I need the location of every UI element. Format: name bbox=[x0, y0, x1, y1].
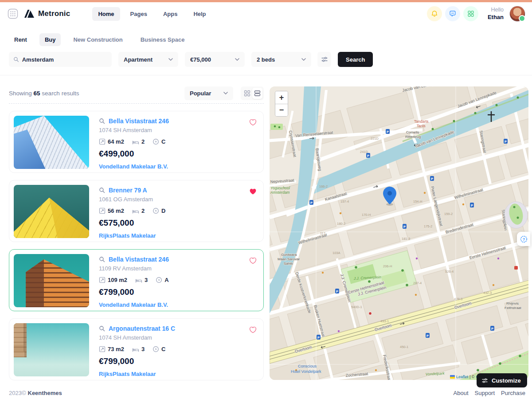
customize-button[interactable]: Customize bbox=[477, 373, 527, 387]
listing-title-link[interactable]: Bella Vistastraat 246 bbox=[109, 256, 169, 263]
zoom-in-button[interactable]: + bbox=[275, 91, 288, 104]
user-avatar[interactable] bbox=[509, 6, 525, 22]
nav-home[interactable]: Home bbox=[92, 7, 120, 21]
energy-label-icon bbox=[153, 207, 159, 214]
list-view-button[interactable] bbox=[252, 88, 262, 99]
beds-value: 2 beds bbox=[257, 56, 275, 63]
location-search-field[interactable] bbox=[9, 52, 112, 67]
logo[interactable]: Metronic bbox=[23, 8, 70, 19]
listing-photo[interactable] bbox=[14, 254, 89, 307]
listing-address: 1109 RV Amsterdam bbox=[99, 265, 259, 272]
favorite-heart-icon-filled[interactable] bbox=[249, 188, 257, 195]
svg-text:166-2: 166-2 bbox=[319, 184, 328, 188]
footer-link-support[interactable]: Support bbox=[475, 390, 495, 396]
nav-help[interactable]: Help bbox=[188, 7, 211, 21]
leaflet-link[interactable]: Leaflet bbox=[456, 375, 468, 379]
favorite-heart-icon[interactable] bbox=[249, 119, 257, 126]
footer-links: About Support Purchase bbox=[454, 390, 525, 396]
svg-text:Tandarts: Tandarts bbox=[414, 119, 429, 124]
favorite-heart-icon[interactable] bbox=[249, 326, 257, 333]
nav-pages[interactable]: Pages bbox=[125, 7, 153, 21]
svg-text:P: P bbox=[336, 289, 338, 293]
search-icon bbox=[13, 56, 19, 63]
svg-text:Maan Sarovar: Maan Sarovar bbox=[278, 257, 300, 261]
chevron-down-icon bbox=[168, 58, 173, 61]
zoom-out-button[interactable]: − bbox=[275, 104, 288, 116]
sort-select[interactable]: Popular bbox=[184, 86, 233, 100]
agency-link[interactable]: Vondelland Makelaar B.V. bbox=[99, 163, 168, 170]
main-nav: Home Pages Apps Help bbox=[92, 7, 211, 21]
grid-view-button[interactable] bbox=[242, 88, 252, 99]
chevron-down-icon bbox=[223, 92, 228, 94]
listing-title-link[interactable]: Brenner 79 A bbox=[109, 187, 147, 194]
listing-photo[interactable] bbox=[14, 185, 89, 238]
help-button[interactable]: ? bbox=[517, 232, 530, 246]
favorite-heart-icon[interactable] bbox=[249, 257, 257, 264]
search-icon bbox=[99, 256, 105, 262]
listing-address: 1074 SH Amsterdam bbox=[99, 334, 259, 341]
listing-card[interactable]: Brenner 79 A 1061 OG Amsterdam 56 m2 2 D… bbox=[9, 180, 264, 242]
listing-address: 1061 OG Amsterdam bbox=[99, 196, 259, 203]
advanced-filters-button[interactable] bbox=[317, 52, 331, 67]
listing-card-selected[interactable]: Bella Vistastraat 246 1109 RV Amsterdam … bbox=[9, 249, 264, 311]
svg-text:157-4: 157-4 bbox=[340, 200, 349, 203]
svg-text:241D: 241D bbox=[360, 150, 368, 154]
results-count: 65 bbox=[34, 90, 40, 97]
map-zoom-control: + − bbox=[275, 91, 288, 117]
property-type-select[interactable]: Apartment bbox=[118, 52, 178, 67]
tab-rent[interactable]: Rent bbox=[9, 33, 32, 46]
svg-text:P: P bbox=[491, 327, 493, 331]
nav-apps[interactable]: Apps bbox=[157, 7, 184, 21]
area-spec: 109 m2 bbox=[99, 277, 127, 283]
svg-text:Amsterdam: Amsterdam bbox=[270, 190, 289, 195]
listing-title-link[interactable]: Bella Vistastraat 246 bbox=[109, 117, 169, 125]
svg-text:Sahib: Sahib bbox=[284, 262, 293, 266]
listing-card[interactable]: Argonautenstraat 16 C 1074 SH Amsterdam … bbox=[9, 318, 264, 380]
list-view-icon bbox=[254, 90, 261, 97]
messages-button[interactable] bbox=[445, 6, 460, 21]
area-icon bbox=[99, 346, 106, 352]
map-panel: P P P P P P P P P P P Jacob van Lennepst… bbox=[270, 86, 528, 380]
beds-select[interactable]: 2 beds bbox=[251, 52, 311, 67]
footer-link-about[interactable]: About bbox=[454, 390, 469, 396]
listing-photo[interactable] bbox=[14, 116, 89, 169]
agency-link[interactable]: RijksPlaats Makelaar bbox=[99, 232, 156, 239]
search-icon bbox=[99, 187, 105, 193]
help-badge-icon: ? bbox=[520, 235, 528, 243]
svg-text:Conscious: Conscious bbox=[298, 364, 317, 368]
listing-title-link[interactable]: Argonautenstraat 16 C bbox=[109, 325, 175, 332]
chat-icon bbox=[449, 10, 456, 17]
search-button[interactable]: Search bbox=[338, 52, 373, 67]
listing-price: €799,000 bbox=[99, 356, 259, 366]
svg-text:P: P bbox=[505, 140, 507, 144]
quick-links-button[interactable] bbox=[463, 6, 478, 21]
view-toggle bbox=[241, 86, 264, 100]
chevron-down-icon bbox=[235, 58, 239, 61]
company-link[interactable]: Keenthemes bbox=[28, 390, 62, 396]
search-icon bbox=[99, 118, 105, 124]
user-greeting: Hello Ethan bbox=[488, 7, 504, 21]
svg-text:206-H: 206-H bbox=[383, 264, 392, 268]
svg-text:P: P bbox=[317, 336, 320, 340]
listing-card[interactable]: Bella Vistastraat 246 1074 SH Amsterdam … bbox=[9, 111, 264, 173]
svg-text:P: P bbox=[431, 177, 433, 181]
notifications-button[interactable] bbox=[427, 6, 442, 21]
bed-icon bbox=[132, 208, 139, 214]
agency-link[interactable]: Vondelland Makelaar B.V. bbox=[99, 301, 168, 308]
footer-link-purchase[interactable]: Purchase bbox=[501, 390, 525, 396]
tab-new-construction[interactable]: New Construction bbox=[68, 33, 128, 46]
svg-text:P: P bbox=[471, 203, 473, 207]
price-value: €75,000 bbox=[190, 56, 211, 63]
property-type-value: Apartment bbox=[124, 56, 153, 63]
energy-spec: C bbox=[153, 346, 165, 352]
tab-buy[interactable]: Buy bbox=[39, 33, 61, 46]
map-canvas[interactable]: P P P P P P P P P P P Jacob van Lennepst… bbox=[270, 86, 528, 380]
listing-photo[interactable] bbox=[14, 323, 89, 376]
tab-business-space[interactable]: Business Space bbox=[135, 33, 190, 46]
svg-text:473-3: 473-3 bbox=[454, 297, 462, 301]
price-select[interactable]: €75,000 bbox=[185, 52, 245, 67]
apps-grid-button[interactable] bbox=[7, 8, 19, 20]
search-input[interactable] bbox=[22, 56, 107, 63]
agency-link[interactable]: RijksPlaats Makelaar bbox=[99, 371, 156, 377]
energy-spec: C bbox=[153, 138, 165, 145]
